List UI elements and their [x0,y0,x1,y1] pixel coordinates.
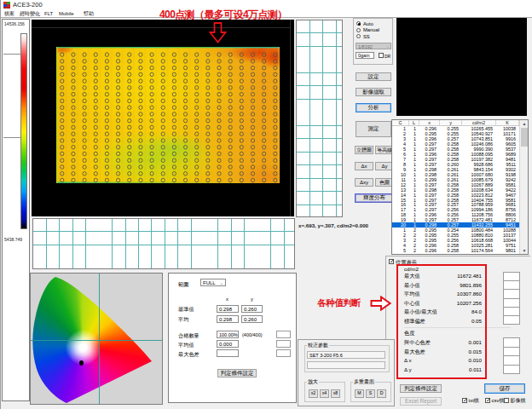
image-capture-button-label: 影像擷取 [362,89,385,95]
annotation-highlight-rectangle [396,264,487,379]
save-button-label: 儲存 [500,386,511,392]
measurement-display-area[interactable] [32,20,294,216]
luminance-analysis-button-label: 輝度分布 [363,195,385,201]
zoom-x2-button[interactable]: x2 [309,389,318,398]
excel-report-button-label: Excel Report [405,399,437,405]
settings-button[interactable]: 設定 [356,72,391,81]
pass-rate-field[interactable]: 100.00% [217,331,239,338]
menu-item-2[interactable]: FLT [44,10,53,18]
format-checkbox-0[interactable]: ✓ [462,398,467,403]
zoom-x4-button[interactable]: x4 [320,389,329,398]
scroll-down-icon[interactable]: ▼ [520,247,529,254]
multiview-M-button[interactable]: M [355,389,364,398]
settings-button-label: 設定 [368,74,379,80]
menu-item-4[interactable]: 幫助 [84,10,94,18]
mean-indicator-box [276,340,291,348]
image-capture-button[interactable]: 影像擷取 [356,88,391,96]
table-header-cell[interactable]: L [409,120,419,125]
table-header-cell[interactable]: C [392,120,409,125]
base-value-label: 基準值 [178,306,194,312]
format-checkbox-label: 影像檔 [511,398,526,404]
delta-x-button-label: Δx [361,164,367,169]
maxdiff-indicator-box [276,349,291,357]
display-frame-line [290,20,291,216]
delta-xy-button[interactable]: Δxy [355,178,373,187]
multiview-D-button[interactable]: D [377,389,386,398]
stereo-button[interactable]: 立體圖 [355,146,373,154]
base-x-value: 0.298 [219,307,232,312]
column-y-header: y [251,297,253,302]
table-header-cell[interactable]: K [496,120,519,125]
zoom-x8-button[interactable]: x8 [331,389,340,398]
app-icon [3,2,10,9]
luminance-heatmap[interactable] [56,47,280,183]
base-x-field[interactable]: 0.298 [217,305,239,313]
mode-radio-ss[interactable] [356,34,361,38]
cie-measured-point [79,360,84,366]
position-display-checkbox[interactable]: ✓ [389,259,394,264]
format-checkbox-1[interactable]: ✓ [485,398,490,403]
average-y-value: 0.260 [244,317,257,322]
scroll-up-icon[interactable]: ▲ [520,120,529,127]
mode-radio-manual[interactable] [356,28,361,32]
table-row[interactable]: 520.2960.25810174.5649801 [392,248,519,253]
judge-condition-button[interactable]: 判定條件設定 [400,384,442,393]
range-label: 範圍 [178,281,188,287]
menu-item-1[interactable]: 經時變化 [20,10,40,18]
chevron-down-icon: ⌄ [386,43,390,49]
table-scrollbar[interactable]: ▲ ▼ [519,120,528,254]
average-label: 平均 [178,316,188,322]
color-map-button-label: 色圖 [379,180,390,185]
pass-indicator-box [276,331,291,338]
luminance-analysis-button[interactable]: 輝度分布 [355,193,394,203]
measurement-table[interactable]: CLxycd/m2K 110.2960.25510265.45510038210… [391,119,529,255]
judge-indicator-box [503,315,520,325]
pass-count-label: 合格數量 [178,332,200,338]
delta-x-button[interactable]: Δx [355,162,373,170]
max-color-diff-field[interactable] [217,349,239,357]
judge-condition-button-label: 判定條件設定 [404,386,437,392]
range-select-value: FULL [203,280,216,285]
table-header-cell[interactable]: x [419,120,440,125]
annotation-points-note: 400点测（最多可设4万点测） [159,8,287,22]
column-x-header: x [226,297,228,302]
excel-report-button[interactable]: Excel Report [400,397,442,406]
range-judge-condition-button[interactable]: 判定條件設定 [217,369,257,377]
menu-item-3[interactable]: Mobile [59,10,74,18]
format-checkbox-label: csv檔 [492,398,505,404]
colorbar-gradient [20,33,27,229]
average-x-field[interactable]: 0.298 [217,315,239,323]
cursor-status-text: x=.693, y=.307, cd/m2=0.000 [298,222,368,228]
calibration-set-value: SET 3-200 F5.6 [309,353,343,358]
gain-field[interactable]: 0gain [356,52,374,59]
shutter-select[interactable]: 1/8192 ⌄ [356,43,391,49]
measure-button[interactable]: 測定 [356,121,391,137]
colorbar-tick [3,137,20,138]
cie-chromaticity-panel[interactable] [30,273,163,405]
shutter-value: 1/8192 [358,44,373,49]
menu-item-0[interactable]: 檔案 [4,10,14,18]
cie-crosshair-horizontal [31,340,163,341]
judge-indicator-box [503,365,520,375]
mode-radio-auto[interactable] [356,21,361,26]
average-x-value: 0.298 [219,317,232,322]
base-y-field[interactable]: 0.260 [241,305,263,313]
dr-checkbox[interactable] [379,53,384,58]
format-checkbox-label: txt檔 [469,398,479,404]
cie-horseshoe-white-center [31,274,163,405]
analyze-button[interactable]: 分析 [356,103,391,112]
save-button[interactable]: 儲存 [484,383,525,394]
table-header-cell[interactable]: cd/m2 [462,120,496,125]
pass-ratio-text: (400/400) [242,332,263,338]
mean-diff-field[interactable]: 0.000 [217,340,239,348]
multiview-S-button[interactable]: S [366,389,375,398]
table-header-cell[interactable]: y [440,120,462,125]
check-icon: ✓ [390,258,395,264]
delta-xy-button-label: Δxy [360,180,368,185]
range-judge-condition-button-label: 判定條件設定 [221,371,254,377]
camera-image-thumbnail[interactable] [396,18,527,116]
scrollbar-thumb[interactable] [521,128,528,147]
range-select[interactable]: FULL ⌄ [200,279,226,286]
average-y-field[interactable]: 0.260 [241,315,263,323]
format-checkbox-2[interactable] [504,398,509,403]
